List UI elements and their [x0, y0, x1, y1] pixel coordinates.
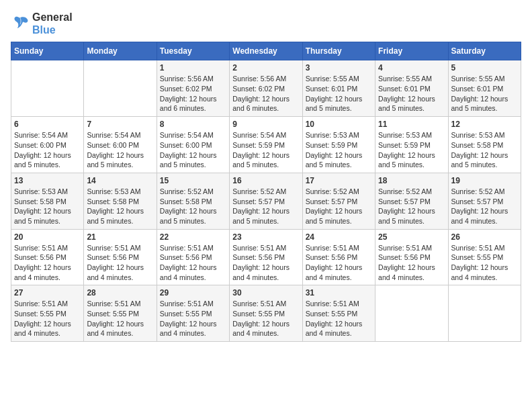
day-info: Sunrise: 5:53 AMSunset: 5:58 PMDaylight:…	[451, 130, 518, 170]
day-of-week-header: Sunday	[11, 42, 84, 60]
calendar-day-cell	[448, 285, 521, 342]
calendar-week-row: 13Sunrise: 5:53 AMSunset: 5:58 PMDayligh…	[11, 173, 521, 229]
day-info: Sunrise: 5:51 AMSunset: 5:56 PMDaylight:…	[160, 243, 226, 283]
calendar-day-cell: 4Sunrise: 5:55 AMSunset: 6:01 PMDaylight…	[375, 60, 448, 117]
day-of-week-header: Wednesday	[230, 42, 302, 60]
calendar-day-cell: 25Sunrise: 5:51 AMSunset: 5:56 PMDayligh…	[375, 229, 448, 285]
day-number: 22	[160, 232, 226, 242]
day-info: Sunrise: 5:56 AMSunset: 6:02 PMDaylight:…	[160, 74, 226, 113]
day-info: Sunrise: 5:52 AMSunset: 5:57 PMDaylight:…	[451, 187, 518, 226]
day-number: 5	[451, 63, 518, 73]
day-info: Sunrise: 5:51 AMSunset: 5:56 PMDaylight:…	[378, 243, 445, 283]
day-number: 7	[87, 120, 153, 129]
day-number: 25	[378, 232, 445, 242]
calendar-day-cell: 14Sunrise: 5:53 AMSunset: 5:58 PMDayligh…	[84, 173, 157, 229]
day-number: 29	[160, 288, 226, 298]
day-info: Sunrise: 5:51 AMSunset: 5:56 PMDaylight:…	[232, 243, 299, 283]
logo-bird-icon	[11, 14, 30, 33]
day-info: Sunrise: 5:51 AMSunset: 5:56 PMDaylight:…	[306, 243, 372, 283]
calendar-day-cell: 7Sunrise: 5:54 AMSunset: 6:00 PMDaylight…	[84, 117, 157, 173]
calendar-day-cell: 5Sunrise: 5:55 AMSunset: 6:01 PMDaylight…	[448, 60, 521, 117]
day-number: 11	[378, 120, 445, 129]
calendar-day-cell: 19Sunrise: 5:52 AMSunset: 5:57 PMDayligh…	[448, 173, 521, 229]
calendar-day-cell: 20Sunrise: 5:51 AMSunset: 5:56 PMDayligh…	[11, 229, 84, 285]
calendar-day-cell: 13Sunrise: 5:53 AMSunset: 5:58 PMDayligh…	[11, 173, 84, 229]
day-info: Sunrise: 5:51 AMSunset: 5:55 PMDaylight:…	[87, 299, 153, 338]
day-number: 27	[14, 288, 81, 298]
day-info: Sunrise: 5:52 AMSunset: 5:57 PMDaylight:…	[378, 187, 445, 226]
day-info: Sunrise: 5:55 AMSunset: 6:01 PMDaylight:…	[378, 74, 445, 113]
calendar-day-cell: 2Sunrise: 5:56 AMSunset: 6:02 PMDaylight…	[230, 60, 302, 117]
calendar-table: SundayMondayTuesdayWednesdayThursdayFrid…	[11, 42, 521, 342]
day-info: Sunrise: 5:54 AMSunset: 6:00 PMDaylight:…	[87, 130, 153, 170]
calendar-day-cell: 26Sunrise: 5:51 AMSunset: 5:55 PMDayligh…	[448, 229, 521, 285]
day-number: 19	[451, 176, 518, 185]
day-number: 31	[306, 288, 372, 298]
day-info: Sunrise: 5:52 AMSunset: 5:57 PMDaylight:…	[232, 187, 299, 226]
page-header: General Blue	[11, 11, 521, 36]
calendar-day-cell: 22Sunrise: 5:51 AMSunset: 5:56 PMDayligh…	[157, 229, 229, 285]
calendar-day-cell: 8Sunrise: 5:54 AMSunset: 6:00 PMDaylight…	[157, 117, 229, 173]
day-info: Sunrise: 5:54 AMSunset: 5:59 PMDaylight:…	[232, 130, 299, 170]
calendar-day-cell: 30Sunrise: 5:51 AMSunset: 5:55 PMDayligh…	[230, 285, 302, 342]
day-info: Sunrise: 5:51 AMSunset: 5:55 PMDaylight:…	[306, 299, 372, 338]
calendar-day-cell: 31Sunrise: 5:51 AMSunset: 5:55 PMDayligh…	[302, 285, 375, 342]
calendar-day-cell: 11Sunrise: 5:53 AMSunset: 5:59 PMDayligh…	[375, 117, 448, 173]
calendar-day-cell: 23Sunrise: 5:51 AMSunset: 5:56 PMDayligh…	[230, 229, 302, 285]
calendar-day-cell: 10Sunrise: 5:53 AMSunset: 5:59 PMDayligh…	[302, 117, 375, 173]
day-number: 21	[87, 232, 153, 242]
day-info: Sunrise: 5:51 AMSunset: 5:55 PMDaylight:…	[451, 243, 518, 283]
day-info: Sunrise: 5:51 AMSunset: 5:55 PMDaylight:…	[14, 299, 81, 338]
logo: General Blue	[11, 11, 73, 36]
day-of-week-header: Thursday	[302, 42, 375, 60]
day-info: Sunrise: 5:53 AMSunset: 5:58 PMDaylight:…	[14, 187, 81, 226]
day-number: 26	[451, 232, 518, 242]
day-number: 1	[160, 63, 226, 73]
day-info: Sunrise: 5:53 AMSunset: 5:58 PMDaylight:…	[87, 187, 153, 226]
day-info: Sunrise: 5:51 AMSunset: 5:55 PMDaylight:…	[160, 299, 226, 338]
day-of-week-header: Monday	[84, 42, 157, 60]
day-info: Sunrise: 5:55 AMSunset: 6:01 PMDaylight:…	[451, 74, 518, 113]
calendar-week-row: 1Sunrise: 5:56 AMSunset: 6:02 PMDaylight…	[11, 60, 521, 117]
day-number: 10	[306, 120, 372, 129]
day-info: Sunrise: 5:51 AMSunset: 5:56 PMDaylight:…	[87, 243, 153, 283]
day-number: 12	[451, 120, 518, 129]
day-number: 18	[378, 176, 445, 185]
day-number: 8	[160, 120, 226, 129]
day-of-week-header: Friday	[375, 42, 448, 60]
day-number: 30	[232, 288, 299, 298]
calendar-day-cell: 28Sunrise: 5:51 AMSunset: 5:55 PMDayligh…	[84, 285, 157, 342]
day-of-week-header: Tuesday	[157, 42, 229, 60]
calendar-day-cell: 9Sunrise: 5:54 AMSunset: 5:59 PMDaylight…	[230, 117, 302, 173]
day-of-week-header: Saturday	[448, 42, 521, 60]
calendar-day-cell: 3Sunrise: 5:55 AMSunset: 6:01 PMDaylight…	[302, 60, 375, 117]
calendar-day-cell	[11, 60, 84, 117]
day-number: 14	[87, 176, 153, 185]
day-info: Sunrise: 5:52 AMSunset: 5:58 PMDaylight:…	[160, 187, 226, 226]
day-number: 13	[14, 176, 81, 185]
day-info: Sunrise: 5:54 AMSunset: 6:00 PMDaylight:…	[14, 130, 81, 170]
day-number: 16	[232, 176, 299, 185]
day-number: 9	[232, 120, 299, 129]
calendar-day-cell: 12Sunrise: 5:53 AMSunset: 5:58 PMDayligh…	[448, 117, 521, 173]
day-number: 2	[232, 63, 299, 73]
day-info: Sunrise: 5:54 AMSunset: 6:00 PMDaylight:…	[160, 130, 226, 170]
calendar-day-cell: 1Sunrise: 5:56 AMSunset: 6:02 PMDaylight…	[157, 60, 229, 117]
logo-text: General Blue	[32, 11, 73, 36]
calendar-day-cell: 29Sunrise: 5:51 AMSunset: 5:55 PMDayligh…	[157, 285, 229, 342]
day-info: Sunrise: 5:51 AMSunset: 5:56 PMDaylight:…	[14, 243, 81, 283]
day-number: 20	[14, 232, 81, 242]
day-number: 28	[87, 288, 153, 298]
calendar-day-cell	[375, 285, 448, 342]
calendar-day-cell: 18Sunrise: 5:52 AMSunset: 5:57 PMDayligh…	[375, 173, 448, 229]
day-number: 6	[14, 120, 81, 129]
calendar-week-row: 20Sunrise: 5:51 AMSunset: 5:56 PMDayligh…	[11, 229, 521, 285]
calendar-header-row: SundayMondayTuesdayWednesdayThursdayFrid…	[11, 42, 521, 60]
day-number: 24	[306, 232, 372, 242]
calendar-day-cell: 24Sunrise: 5:51 AMSunset: 5:56 PMDayligh…	[302, 229, 375, 285]
calendar-day-cell: 27Sunrise: 5:51 AMSunset: 5:55 PMDayligh…	[11, 285, 84, 342]
day-info: Sunrise: 5:56 AMSunset: 6:02 PMDaylight:…	[232, 74, 299, 113]
day-number: 23	[232, 232, 299, 242]
calendar-day-cell: 17Sunrise: 5:52 AMSunset: 5:57 PMDayligh…	[302, 173, 375, 229]
day-info: Sunrise: 5:53 AMSunset: 5:59 PMDaylight:…	[306, 130, 372, 170]
